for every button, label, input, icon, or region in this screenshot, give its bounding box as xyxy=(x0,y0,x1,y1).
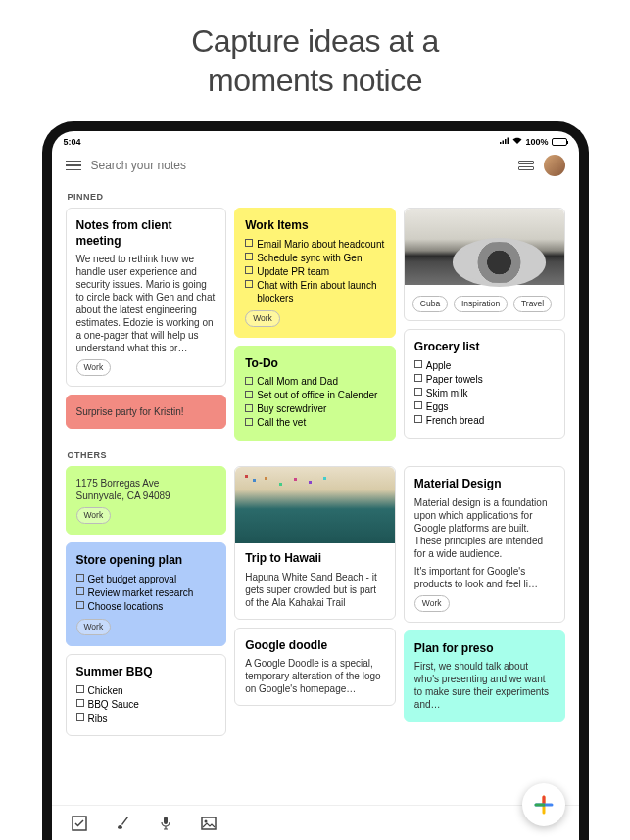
car-image xyxy=(405,209,564,285)
avatar[interactable] xyxy=(544,155,565,176)
note-google-doodle[interactable]: Google doodle A Google Doodle is a speci… xyxy=(234,628,396,707)
new-note-fab[interactable] xyxy=(522,783,565,826)
checkbox-icon[interactable] xyxy=(76,601,84,609)
chip-inspiration: Inspiration xyxy=(454,296,508,312)
svg-point-3 xyxy=(204,819,207,822)
chip-work: Work xyxy=(76,619,112,635)
checkbox-icon[interactable] xyxy=(76,713,84,721)
checkbox-icon[interactable] xyxy=(76,587,84,595)
checkbox-icon[interactable] xyxy=(414,374,422,382)
chip-work: Work xyxy=(245,310,280,327)
checkbox-icon[interactable] xyxy=(245,266,253,274)
chip-travel: Travel xyxy=(513,296,552,312)
image-tool-icon[interactable] xyxy=(201,816,217,831)
checkbox-icon[interactable] xyxy=(414,360,422,368)
address-line2: Sunnyvale, CA 94089 xyxy=(76,490,217,502)
note-body: Hapuna White Sand Beach - it gets super … xyxy=(245,571,385,609)
search-input[interactable] xyxy=(91,159,509,172)
checkbox-icon[interactable] xyxy=(414,388,422,396)
menu-icon[interactable] xyxy=(66,161,81,171)
brush-tool-icon[interactable] xyxy=(115,816,130,831)
svg-rect-2 xyxy=(202,817,216,829)
note-summer-bbq[interactable]: Summer BBQ Chicken BBQ Sauce Ribs xyxy=(66,654,227,736)
note-title: Trip to Hawaii xyxy=(245,551,385,567)
note-car-photo[interactable]: Cuba Inspiration Travel xyxy=(404,208,565,321)
chip-work: Work xyxy=(414,595,450,612)
svg-rect-1 xyxy=(164,817,168,824)
mic-tool-icon[interactable] xyxy=(158,816,173,831)
checkbox-icon[interactable] xyxy=(76,699,84,707)
note-material-design[interactable]: Material Design Material design is a fou… xyxy=(404,466,565,623)
wifi-icon xyxy=(512,137,522,147)
checkbox-icon[interactable] xyxy=(245,418,253,426)
checkbox-icon[interactable] xyxy=(245,253,253,260)
note-address[interactable]: 1175 Borregas Ave Sunnyvale, CA 94089 Wo… xyxy=(66,466,227,535)
note-surprise-party[interactable]: Surprise party for Kristin! xyxy=(66,395,227,429)
bottom-toolbar xyxy=(52,805,579,840)
note-body: First, we should talk about who's presen… xyxy=(414,660,555,711)
checklist: Email Mario about headcount Schedule syn… xyxy=(245,238,385,304)
checkbox-icon[interactable] xyxy=(245,239,253,247)
promo-headline: Capture ideas at amoments notice xyxy=(191,22,439,100)
checklist: Get budget approval Review market resear… xyxy=(76,573,217,613)
note-title: Grocery list xyxy=(414,340,555,355)
note-body: We need to rethink how we handle user ex… xyxy=(76,253,217,354)
address-line1: 1175 Borregas Ave xyxy=(76,477,217,490)
top-bar xyxy=(52,149,579,182)
battery-icon xyxy=(552,138,567,146)
note-title: Material Design xyxy=(414,477,555,492)
status-time: 5:04 xyxy=(64,137,81,147)
note-store-plan[interactable]: Store opening plan Get budget approval R… xyxy=(66,542,227,646)
note-title: Plan for preso xyxy=(414,641,555,657)
note-title: Surprise party for Kristin! xyxy=(76,405,217,418)
checkbox-icon[interactable] xyxy=(245,377,253,385)
tablet-frame: 5:04 100% PINNED Notes from client meeti… xyxy=(42,121,589,840)
note-title: To-Do xyxy=(245,356,385,372)
note-todo[interactable]: To-Do Call Mom and Dad Set out of office… xyxy=(234,346,396,442)
checklist: Call Mom and Dad Set out of office in Ca… xyxy=(245,375,385,429)
note-plan-preso[interactable]: Plan for preso First, we should talk abo… xyxy=(404,630,565,723)
note-title: Notes from client meeting xyxy=(76,218,217,249)
checkbox-icon[interactable] xyxy=(76,685,84,693)
note-title: Summer BBQ xyxy=(76,665,217,680)
note-title: Google doodle xyxy=(245,638,385,654)
note-title: Store opening plan xyxy=(76,553,217,569)
checkbox-icon[interactable] xyxy=(245,280,253,288)
chip-work: Work xyxy=(76,507,112,524)
note-body: A Google Doodle is a special, temporary … xyxy=(245,657,385,695)
beach-image xyxy=(235,467,395,543)
checkbox-tool-icon[interactable] xyxy=(72,816,87,831)
note-body: Material design is a foundation upon whi… xyxy=(414,496,555,590)
note-grocery[interactable]: Grocery list Apple Paper towels Skim mil… xyxy=(404,329,565,439)
checkbox-icon[interactable] xyxy=(414,415,422,423)
chip-work: Work xyxy=(76,359,112,376)
plus-icon xyxy=(534,795,554,815)
note-hawaii[interactable]: Trip to Hawaii Hapuna White Sand Beach -… xyxy=(234,466,396,620)
battery-percent: 100% xyxy=(525,137,548,147)
cellular-icon xyxy=(500,137,509,147)
checkbox-icon[interactable] xyxy=(245,404,253,412)
checkbox-icon[interactable] xyxy=(245,391,253,398)
checkbox-icon[interactable] xyxy=(76,574,84,582)
chip-cuba: Cuba xyxy=(412,296,448,312)
checklist: Apple Paper towels Skim milk Eggs French… xyxy=(414,359,555,427)
checkbox-icon[interactable] xyxy=(414,401,422,409)
section-others-label: OTHERS xyxy=(68,450,565,460)
checklist: Chicken BBQ Sauce Ribs xyxy=(76,684,217,724)
note-work-items[interactable]: Work Items Email Mario about headcount S… xyxy=(234,208,396,338)
note-title: Work Items xyxy=(245,218,385,234)
layout-toggle-icon[interactable] xyxy=(518,161,534,170)
section-pinned-label: PINNED xyxy=(68,192,565,202)
status-bar: 5:04 100% xyxy=(52,131,579,149)
note-client-meeting[interactable]: Notes from client meeting We need to ret… xyxy=(66,208,227,387)
